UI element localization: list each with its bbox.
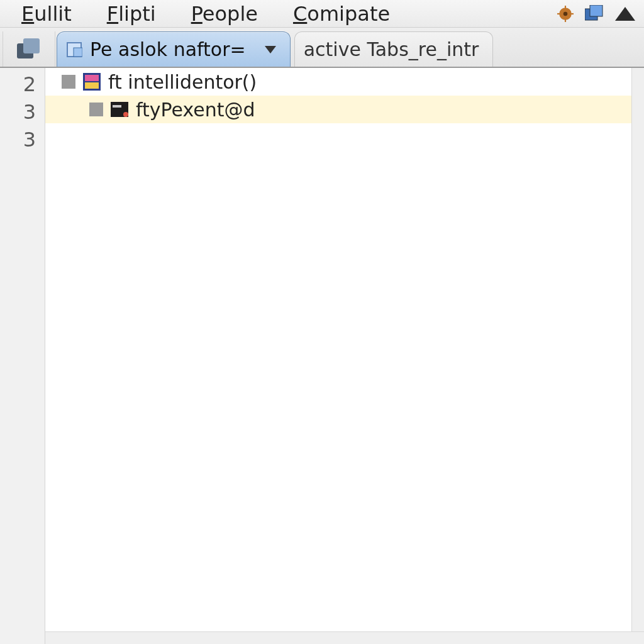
line-number: 3 <box>0 126 45 153</box>
line-number-gutter: 2 3 3 <box>0 68 45 644</box>
breakpoint-marker[interactable] <box>89 103 103 116</box>
file-icon-colorful <box>83 73 101 91</box>
svg-rect-15 <box>85 82 99 89</box>
code-text: ft intellidentor() <box>108 71 257 93</box>
menu-label: omipate <box>307 2 390 26</box>
document-icon <box>66 42 82 58</box>
tab-active[interactable]: Pe aslok naftor= <box>57 31 291 67</box>
svg-point-18 <box>123 112 128 117</box>
code-text: ftyPexent@d <box>136 99 255 121</box>
menu-accel-char: F <box>107 2 118 26</box>
menu-label: ullit <box>34 2 72 26</box>
menu-item-eullit[interactable]: Eullit <box>4 2 89 26</box>
svg-rect-14 <box>85 75 99 81</box>
menu-label: eople <box>203 2 258 26</box>
svg-rect-5 <box>571 13 574 14</box>
chevron-down-icon[interactable] <box>265 46 276 53</box>
svg-rect-7 <box>590 5 602 16</box>
vertical-scrollbar[interactable] <box>631 68 644 644</box>
code-line[interactable]: ft intellidentor() <box>45 68 644 96</box>
tab-label: Pe aslok naftor= <box>90 38 246 60</box>
tab-strip: Pe aslok naftor= active Tabs_re_intr <box>0 28 644 68</box>
code-editor[interactable]: ft intellidentor() ftyPexent@d <box>45 68 644 644</box>
menu-accel-char: E <box>21 2 34 26</box>
windows-stack-icon[interactable] <box>585 5 604 23</box>
menu-accel-char: C <box>293 2 307 26</box>
line-number: 3 <box>0 98 45 126</box>
copy-stack-icon <box>17 38 41 60</box>
line-number: 2 <box>0 70 45 98</box>
menu-accel-char: P <box>191 2 203 26</box>
horizontal-scrollbar[interactable] <box>45 631 644 644</box>
svg-rect-9 <box>23 38 40 53</box>
menu-label: lipti <box>118 2 156 26</box>
menu-bar: Eullit Flipti People Comipate <box>0 0 644 28</box>
breakpoint-marker[interactable] <box>62 75 75 89</box>
menu-item-flipti[interactable]: Flipti <box>89 2 174 26</box>
triangle-up-icon[interactable] <box>615 7 635 21</box>
menu-right-icons <box>557 5 640 23</box>
tab-inactive[interactable]: active Tabs_re_intr <box>294 31 494 67</box>
menu-item-people[interactable]: People <box>174 2 275 26</box>
gear-icon[interactable] <box>557 6 574 22</box>
svg-rect-17 <box>113 105 121 108</box>
toolbar-button-copy-stack[interactable] <box>3 31 55 67</box>
workspace: 2 3 3 ft intellidentor() ftyPexent@d <box>0 68 644 644</box>
svg-rect-3 <box>565 19 566 21</box>
code-line[interactable]: ftyPexent@d <box>45 96 644 123</box>
file-icon-dark <box>111 102 128 117</box>
svg-rect-2 <box>565 6 566 8</box>
tab-label: active Tabs_re_intr <box>304 38 479 60</box>
svg-point-1 <box>564 11 568 16</box>
svg-rect-12 <box>74 48 82 57</box>
menu-item-comipate[interactable]: Comipate <box>275 2 408 26</box>
svg-rect-4 <box>557 13 560 14</box>
